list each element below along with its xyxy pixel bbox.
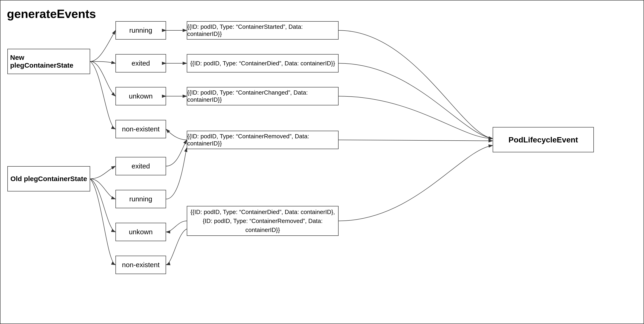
event-died-box: {{ID: podID, Type: “ContainerDied”, Data…: [187, 54, 338, 73]
old-exited-box: exited: [116, 157, 166, 175]
old-pleg-box: Old plegContainerState: [7, 166, 90, 191]
diagram-title: generateEvents: [7, 7, 96, 21]
new-pleg-box: New plegContainerState: [7, 49, 90, 74]
pod-lifecycle-box: PodLifecycleEvent: [493, 127, 594, 152]
diagram-lines: [0, 1, 644, 324]
event-died-removed-box: {{ID: podID, Type: “ContainerDied”, Data…: [187, 206, 338, 236]
new-unknown-box: unkown: [116, 87, 166, 105]
new-running-box: running: [116, 21, 166, 40]
new-exited-box: exited: [116, 54, 166, 73]
new-nonexistent-box: non-existent: [116, 120, 166, 138]
event-changed-box: {{ID: podID, Type: “ContainerChanged”, D…: [187, 87, 338, 105]
event-removed-box: {{ID: podID, Type: “ContainerRemoved”, D…: [187, 131, 338, 149]
old-unknown-box: unkown: [116, 223, 166, 241]
diagram-container: generateEvents New plegContainerState Ol…: [0, 0, 644, 324]
event-started-box: {{ID: podID, Type: “ContainerStarted”, D…: [187, 21, 338, 40]
old-nonexistent-box: non-existent: [116, 256, 166, 274]
old-running-box: running: [116, 190, 166, 208]
